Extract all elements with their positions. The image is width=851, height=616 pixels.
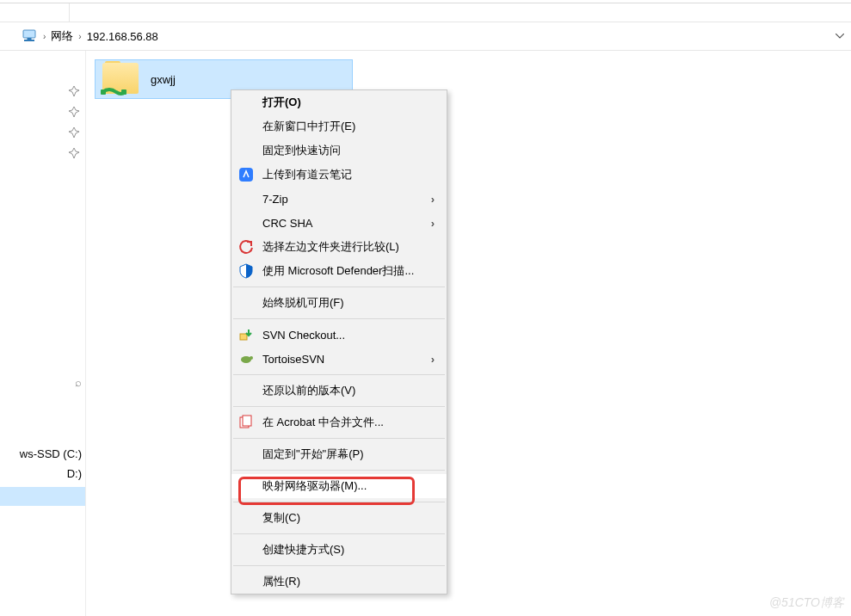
network-folder-icon bbox=[102, 61, 139, 97]
menu-separator bbox=[233, 470, 445, 471]
acrobat-icon bbox=[238, 415, 254, 430]
svg-rect-3 bbox=[101, 89, 106, 95]
svg-rect-0 bbox=[23, 30, 35, 38]
menu-separator bbox=[233, 438, 445, 439]
menu-svn-checkout[interactable]: SVN Checkout... bbox=[231, 323, 447, 347]
svg-rect-10 bbox=[243, 416, 251, 426]
menu-defender-scan[interactable]: 使用 Microsoft Defender扫描... bbox=[231, 259, 447, 283]
context-menu: 打开(O) 在新窗口中打开(E) 固定到快速访问 上传到有道云笔记 7-Zip … bbox=[231, 89, 447, 594]
svn-checkout-icon bbox=[238, 327, 254, 342]
menu-separator bbox=[233, 286, 445, 287]
menu-compare-left[interactable]: 选择左边文件夹进行比较(L) bbox=[231, 235, 447, 259]
submenu-arrow-icon: › bbox=[431, 217, 435, 230]
chevron-right-icon: › bbox=[78, 32, 81, 41]
menu-crc-sha[interactable]: CRC SHA › bbox=[231, 211, 447, 235]
search-icon: ⌕ bbox=[75, 376, 82, 389]
svg-rect-6 bbox=[240, 334, 247, 340]
submenu-arrow-icon: › bbox=[431, 353, 435, 366]
menu-acrobat-combine[interactable]: 在 Acrobat 中合并文件... bbox=[231, 410, 447, 434]
chevron-right-icon: › bbox=[43, 32, 46, 41]
watermark-label: @51CTO博客 bbox=[769, 595, 844, 611]
menu-separator bbox=[233, 565, 445, 566]
defender-shield-icon bbox=[238, 263, 254, 279]
network-icon bbox=[21, 29, 38, 43]
pin-icon[interactable] bbox=[68, 106, 80, 118]
menu-separator bbox=[233, 318, 445, 319]
menu-7zip[interactable]: 7-Zip › bbox=[231, 187, 447, 211]
submenu-arrow-icon: › bbox=[431, 193, 435, 206]
pin-icon[interactable] bbox=[68, 147, 80, 159]
menu-youdao-upload[interactable]: 上传到有道云笔记 bbox=[231, 163, 447, 187]
sidebar-drive-d[interactable]: D:) bbox=[0, 467, 85, 480]
svg-point-8 bbox=[250, 356, 253, 360]
menu-tortoisesvn[interactable]: TortoiseSVN › bbox=[231, 347, 447, 371]
menu-separator bbox=[233, 406, 445, 407]
menu-map-network-drive[interactable]: 映射网络驱动器(M)... bbox=[231, 474, 447, 498]
address-bar[interactable]: › 网络 › 192.168.56.88 bbox=[0, 22, 851, 51]
breadcrumb-address[interactable]: 192.168.56.88 bbox=[87, 30, 158, 43]
sidebar-item-search[interactable]: ⌕ bbox=[0, 376, 85, 389]
menu-properties[interactable]: 属性(R) bbox=[231, 570, 447, 594]
content-area[interactable]: gxwjj bbox=[86, 51, 851, 616]
address-dropdown[interactable] bbox=[829, 22, 851, 51]
tortoise-icon bbox=[238, 351, 254, 367]
sidebar-item-selected[interactable] bbox=[0, 487, 85, 506]
youdao-icon bbox=[238, 167, 254, 182]
compare-arrow-icon bbox=[238, 239, 254, 255]
breadcrumb-network[interactable]: 网络 bbox=[51, 28, 73, 44]
svg-rect-2 bbox=[24, 40, 34, 41]
menu-restore-previous[interactable]: 还原以前的版本(V) bbox=[231, 379, 447, 403]
menu-separator bbox=[233, 374, 445, 375]
menu-always-offline[interactable]: 始终脱机可用(F) bbox=[231, 291, 447, 315]
menu-create-shortcut[interactable]: 创建快捷方式(S) bbox=[231, 538, 447, 562]
svg-rect-4 bbox=[121, 89, 126, 95]
pin-icon[interactable] bbox=[68, 85, 80, 97]
menu-pin-quick-access[interactable]: 固定到快速访问 bbox=[231, 139, 447, 163]
ribbon-row bbox=[0, 3, 851, 22]
pin-icon[interactable] bbox=[68, 126, 80, 139]
svg-rect-1 bbox=[28, 38, 32, 40]
menu-copy[interactable]: 复制(C) bbox=[231, 506, 447, 530]
menu-separator bbox=[233, 533, 445, 534]
menu-open-new-window[interactable]: 在新窗口中打开(E) bbox=[231, 114, 447, 139]
sidebar-drive-c[interactable]: ws-SSD (C:) bbox=[0, 447, 85, 460]
menu-open[interactable]: 打开(O) bbox=[231, 90, 447, 114]
sidebar: ⌕ ws-SSD (C:) D:) bbox=[0, 51, 86, 616]
folder-name-label: gxwjj bbox=[151, 73, 176, 86]
menu-pin-to-start[interactable]: 固定到"开始"屏幕(P) bbox=[231, 442, 447, 466]
menu-separator bbox=[233, 502, 445, 502]
